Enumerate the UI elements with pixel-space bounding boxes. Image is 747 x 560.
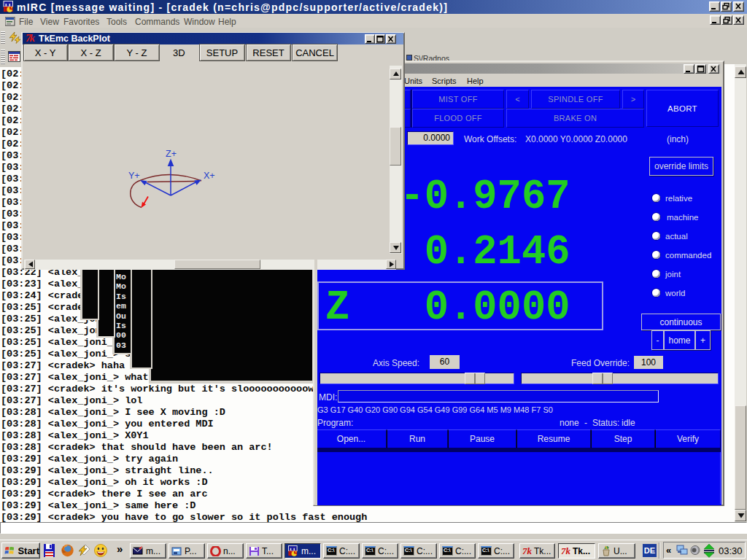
svg-text:Y+: Y+ [128,171,140,181]
svg-text:Z+: Z+ [166,149,177,159]
svg-text:X+: X+ [204,171,215,181]
